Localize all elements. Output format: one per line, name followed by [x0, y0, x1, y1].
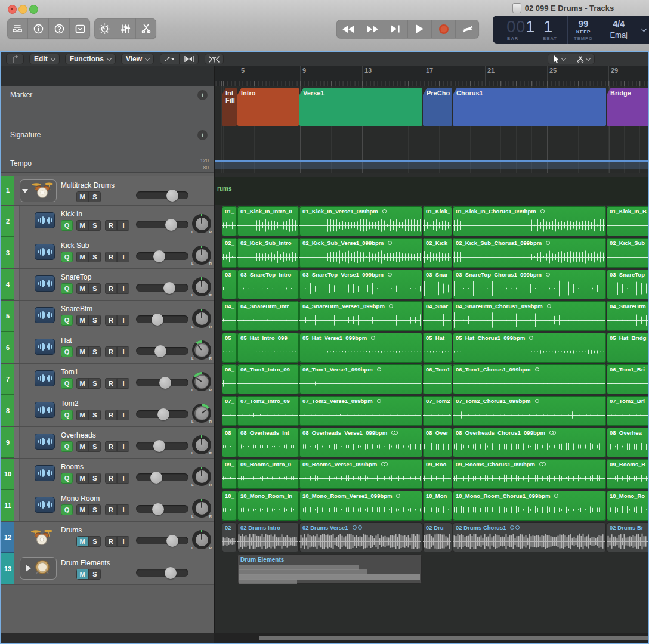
lcd-display-options[interactable] — [638, 16, 649, 44]
audio-region[interactable]: 07_Tom2_Intro_09 — [237, 396, 299, 426]
volume-slider[interactable] — [136, 410, 188, 418]
disclosure-triangle-icon[interactable] — [22, 189, 28, 193]
quantize-button[interactable]: Q — [61, 346, 73, 357]
audio-region[interactable]: 08_Overheads_Chorus1_099bpm — [453, 428, 606, 457]
audio-region[interactable]: 02 Drums Verse1 — [299, 522, 422, 552]
volume-slider-thumb[interactable] — [150, 472, 162, 484]
audio-region[interactable]: 02_ — [222, 238, 237, 268]
record-enable-button[interactable]: R — [105, 346, 117, 357]
track-header-drum-elements[interactable]: 13 Drum ElementsMS — [1, 553, 214, 585]
audio-region[interactable]: 06_Tom1_Chorus1_099bpm — [453, 364, 606, 394]
volume-slider[interactable] — [136, 191, 188, 199]
record-enable-button[interactable]: R — [105, 410, 117, 420]
volume-slider-thumb[interactable] — [153, 440, 165, 452]
record-enable-button[interactable]: R — [105, 504, 117, 515]
audio-region[interactable]: 10_Mono_Room_Chorus1_099bpm — [453, 491, 606, 521]
volume-slider[interactable] — [136, 505, 188, 513]
audio-region[interactable]: 06_ — [222, 364, 237, 394]
marker-intro[interactable]: Intro — [237, 88, 299, 126]
track-header-mono-room[interactable]: 11Mono RoomQMSRILR — [1, 490, 214, 522]
audio-region[interactable]: 08_Over — [423, 428, 452, 457]
track-header-hat[interactable]: 6HatQMSRILR — [1, 332, 214, 364]
mute-button[interactable]: M — [76, 315, 88, 326]
solo-button[interactable]: S — [88, 410, 101, 420]
volume-slider-thumb[interactable] — [165, 219, 177, 231]
volume-slider-thumb[interactable] — [154, 345, 166, 357]
solo-button[interactable]: S — [88, 441, 101, 452]
track-name[interactable]: Tom1 — [61, 368, 78, 376]
track-header-multitrack-drums[interactable]: 1 Multitrack DrumsMS — [1, 176, 214, 206]
folder-region-drum-elements[interactable]: Drum Elements — [237, 554, 422, 584]
audio-region[interactable]: 02_Kick_Sub_Chorus1_099bpm — [453, 238, 606, 268]
audio-region[interactable]: 10_Mono_Room_In — [237, 491, 299, 521]
volume-slider-thumb[interactable] — [152, 503, 164, 515]
audio-region[interactable]: 10_Mono_Room_Verse1_099bpm — [299, 491, 422, 521]
pan-knob[interactable]: LR — [192, 499, 211, 518]
audio-region[interactable]: 02 Drums Intro — [237, 522, 299, 552]
track-icon-box[interactable] — [20, 179, 57, 202]
record-enable-button[interactable]: R — [105, 378, 117, 389]
catch-playhead-button[interactable] — [205, 54, 224, 64]
audio-region[interactable]: 04_ — [222, 301, 237, 331]
pan-knob[interactable]: LR — [192, 277, 211, 296]
play-icon[interactable] — [26, 565, 31, 572]
functions-menu[interactable]: Functions — [65, 54, 116, 64]
smart-controls-button[interactable] — [94, 18, 115, 39]
track-header-kick-sub[interactable]: 3Kick SubQMSRILR — [1, 237, 214, 269]
audio-region[interactable]: 10_Mon — [423, 491, 452, 521]
audio-region[interactable]: 10_Mono_Ro — [607, 491, 649, 521]
pan-knob[interactable]: LR — [192, 214, 211, 233]
volume-slider[interactable] — [136, 569, 188, 577]
marker-lane[interactable]: Int FillIntroVerse1PreChoChorus1Bridge — [215, 86, 649, 126]
audio-region[interactable]: 09_Rooms_Intro_0 — [237, 459, 299, 489]
record-enable-button[interactable]: R — [105, 252, 117, 262]
pan-knob[interactable]: LR — [192, 467, 211, 486]
quantize-button[interactable]: Q — [61, 504, 73, 515]
mute-button[interactable]: M — [76, 410, 88, 420]
audio-region[interactable]: 08_ — [222, 428, 237, 457]
audio-region[interactable]: 05_Hat_Verse1_099bpm — [299, 333, 422, 363]
go-to-end-button[interactable] — [384, 20, 408, 38]
quantize-button[interactable]: Q — [61, 220, 73, 231]
track-name[interactable]: Mono Room — [61, 494, 100, 503]
track-name[interactable]: Overheads — [61, 431, 96, 439]
audio-region[interactable]: 08_Overhea — [607, 428, 649, 457]
add-signature-button[interactable]: + — [197, 130, 208, 140]
audio-region[interactable]: 09_ — [222, 459, 237, 489]
audio-region[interactable]: 02_Kick — [423, 238, 452, 268]
track-name[interactable]: Drum Elements — [61, 559, 110, 567]
command-click-tool-menu[interactable] — [571, 54, 595, 64]
solo-button[interactable]: S — [88, 220, 101, 231]
volume-slider[interactable] — [136, 442, 188, 450]
left-click-tool-menu[interactable] — [548, 54, 571, 64]
audio-region[interactable]: 01_Kick_ — [423, 206, 452, 236]
audio-region[interactable]: 02_Kick_Sub_Verse1_099bpm — [299, 238, 422, 268]
marker-precho[interactable]: PreCho — [423, 88, 452, 126]
audio-region[interactable]: 02 — [222, 522, 237, 552]
pan-knob[interactable]: LR — [192, 246, 211, 265]
horizontal-scrollbar-thumb[interactable] — [259, 636, 649, 640]
volume-slider-thumb[interactable] — [166, 190, 178, 202]
audio-region[interactable]: 05_Hat_Intro_099 — [237, 333, 299, 363]
quantize-button[interactable]: Q — [61, 378, 73, 389]
audio-region[interactable]: 07_Tom2_Verse1_099bpm — [299, 396, 422, 426]
pan-knob[interactable]: LR — [192, 435, 211, 454]
audio-region[interactable]: 03_SnareTop_Verse1_099bpm — [299, 270, 422, 299]
quantize-button[interactable]: Q — [61, 283, 73, 294]
pan-knob[interactable]: LR — [192, 404, 211, 423]
solo-button[interactable]: S — [88, 504, 101, 515]
flex-button[interactable] — [180, 54, 199, 64]
quantize-button[interactable]: Q — [61, 315, 73, 326]
input-monitor-button[interactable]: I — [117, 410, 129, 420]
pan-knob[interactable]: LR — [192, 309, 211, 328]
volume-slider-thumb[interactable] — [159, 377, 171, 389]
track-name[interactable]: SnareTop — [61, 273, 91, 281]
volume-slider[interactable] — [136, 379, 188, 386]
library-button[interactable] — [7, 18, 28, 39]
input-monitor-button[interactable]: I — [117, 504, 129, 515]
input-monitor-button[interactable]: I — [117, 283, 129, 294]
audio-region[interactable]: 02 Drums Br — [607, 522, 649, 552]
input-monitor-button[interactable]: I — [117, 378, 129, 389]
stack-summary-region[interactable]: rums — [215, 177, 649, 205]
volume-slider-thumb[interactable] — [165, 567, 177, 579]
